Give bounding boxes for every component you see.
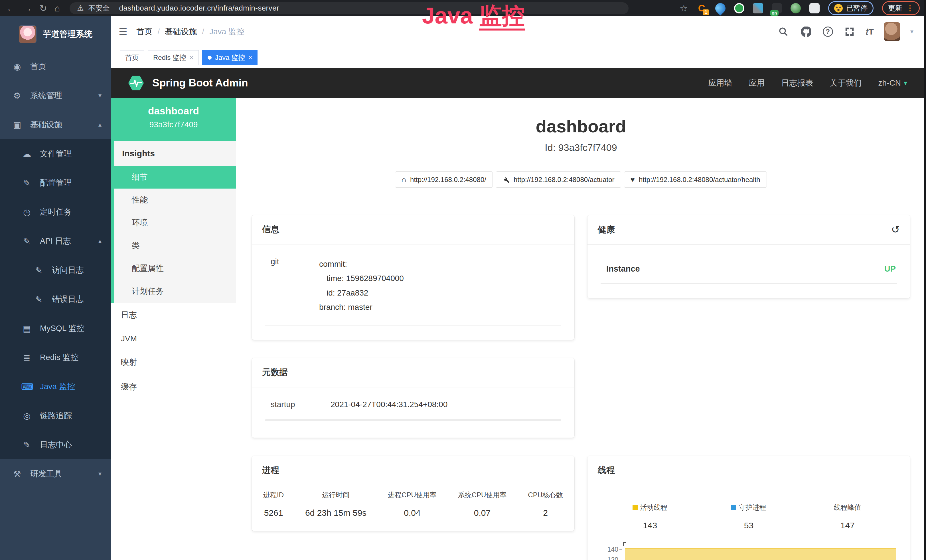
close-icon[interactable]: × <box>190 54 194 61</box>
database-icon: ▤ <box>21 324 33 333</box>
sidebar-item-dev-tools[interactable]: ⚒ 研发工具 ▾ <box>0 459 111 488</box>
history-icon[interactable]: ↺ <box>891 224 900 236</box>
breadcrumb-infrastructure[interactable]: 基础设施 <box>165 26 197 37</box>
tab-label: 首页 <box>125 53 139 62</box>
heartbeat-icon: ♥ <box>631 175 635 184</box>
font-size-icon[interactable]: 𝑡T <box>866 27 874 37</box>
sidebar-item-label: 系统管理 <box>30 90 62 101</box>
app-logo[interactable]: 芋道管理系统 <box>0 16 111 52</box>
process-stats: 进程ID 5261 运行时间 6d 23h 15m 59s 进程CPU使用率 0… <box>252 485 574 531</box>
sidebar-item-scheduled-tasks[interactable]: ◷ 定时任务 <box>0 197 111 227</box>
avatar-caret-icon[interactable]: ▾ <box>910 28 914 35</box>
close-icon[interactable]: × <box>248 54 252 61</box>
metadata-card: 元数据 startup 2021-04-27T00:44:31.254+08:0… <box>252 358 574 437</box>
sba-menu-scheduled-tasks[interactable]: 计划任务 <box>114 280 236 303</box>
sidebar-item-label: 文件管理 <box>40 148 72 159</box>
instance-id: Id: 93a3fc7f7409 <box>236 142 926 153</box>
screen: ← → ↻ ⌂ ⚠ 不安全 dashboard.yudao.iocoder.cn… <box>0 0 926 560</box>
sba-menu-classes[interactable]: 类 <box>114 234 236 257</box>
back-icon[interactable]: ← <box>6 4 15 13</box>
sidebar-item-home[interactable]: ◉ 首页 <box>0 52 111 81</box>
breadcrumb-separator: / <box>202 27 204 36</box>
breadcrumb-home[interactable]: 首页 <box>136 26 152 37</box>
annotation-java-monitor: Java 监控 <box>422 1 525 31</box>
tab-home[interactable]: 首页 <box>120 50 144 65</box>
reload-icon[interactable]: ↻ <box>39 4 47 13</box>
sba-menu-caches[interactable]: 缓存 <box>111 375 236 399</box>
stat-pid: 进程ID 5261 <box>263 490 284 518</box>
sidebar-item-label: 定时任务 <box>40 207 72 217</box>
sba-nav-wallboard[interactable]: 应用墙 <box>708 77 732 88</box>
address-bar[interactable]: ⚠ 不安全 dashboard.yudao.iocoder.cn/infra/a… <box>70 2 629 14</box>
health-row-instance[interactable]: Instance UP <box>598 257 900 282</box>
sba-app-header[interactable]: dashboard 93a3fc7f7409 <box>111 98 236 141</box>
sba-menu-mappings[interactable]: 映射 <box>111 350 236 375</box>
sidebar-item-label: Redis 监控 <box>40 352 79 363</box>
fullscreen-icon[interactable] <box>843 26 856 38</box>
sba-menu-jvm[interactable]: JVM <box>111 327 236 350</box>
sba-menu-logs[interactable]: 日志 <box>111 303 236 327</box>
sba-nav-about[interactable]: 关于我们 <box>830 77 862 88</box>
sba-menu-metrics[interactable]: 性能 <box>114 189 236 211</box>
actuator-url-button[interactable]: http://192.168.0.2:48080/actuator <box>496 171 621 188</box>
divider <box>265 419 561 421</box>
user-avatar[interactable] <box>884 22 900 41</box>
sidebar-item-mysql-monitor[interactable]: ▤ MySQL 监控 <box>0 314 111 343</box>
extension-switch-icon[interactable]: on <box>772 3 782 14</box>
extension-pin-icon[interactable] <box>713 1 728 15</box>
update-browser-button[interactable]: 更新 ⋮ <box>882 1 920 15</box>
dashboard-icon: ◉ <box>11 62 23 72</box>
home-icon[interactable]: ⌂ <box>54 4 60 13</box>
sidebar-item-redis-monitor[interactable]: ≣ Redis 监控 <box>0 343 111 372</box>
kebab-menu-icon[interactable]: ⋮ <box>906 4 914 12</box>
chevron-down-icon: ▾ <box>98 470 101 478</box>
tab-label: Java 监控 <box>215 53 245 62</box>
service-url-button[interactable]: ⌂ http://192.168.0.2:48080/ <box>395 171 493 188</box>
sidebar-item-error-logs[interactable]: ✎ 错误日志 <box>0 285 111 314</box>
extension-leaf-icon[interactable] <box>791 3 801 14</box>
chevron-up-icon: ▴ <box>98 238 101 245</box>
sba-menu-details[interactable]: 细节 <box>111 166 236 189</box>
extension-y-icon[interactable] <box>734 3 744 14</box>
health-url-button[interactable]: ♥ http://192.168.0.2:48080/actuator/heal… <box>624 171 767 188</box>
help-icon[interactable]: ? <box>823 27 833 37</box>
legend-value: 147 <box>798 521 897 530</box>
extension-colorzilla-icon[interactable]: C1 <box>696 3 707 14</box>
sidebar-item-java-monitor[interactable]: ⌨ Java 监控 <box>0 372 111 401</box>
sidebar-item-system[interactable]: ⚙ 系统管理 ▾ <box>0 81 111 110</box>
github-icon[interactable] <box>800 26 813 38</box>
sba-nav-applications[interactable]: 应用 <box>749 77 765 88</box>
info-card-header: 信息 <box>252 215 574 244</box>
search-icon[interactable] <box>777 26 790 38</box>
profile-paused-badge[interactable]: 已暂停 <box>828 1 873 15</box>
chevron-down-icon: ▾ <box>98 92 101 99</box>
locale-select[interactable]: zh-CN ▾ <box>878 79 907 88</box>
forward-icon[interactable]: → <box>23 4 32 13</box>
sidebar-item-access-logs[interactable]: ✎ 访问日志 <box>0 256 111 285</box>
info-key: git <box>271 257 319 315</box>
sidebar-item-label: 基础设施 <box>30 119 62 130</box>
sidebar-item-label: 链路追踪 <box>40 410 72 421</box>
sidebar-item-config-management[interactable]: ✎ 配置管理 <box>0 168 111 197</box>
info-value: commit: time: 1596289704000 id: 27aa832 … <box>319 257 564 315</box>
tab-redis-monitor[interactable]: Redis 监控 × <box>148 50 199 65</box>
sidebar-item-label: 首页 <box>30 61 46 72</box>
bookmark-star-icon[interactable]: ☆ <box>679 4 688 13</box>
sidebar-item-infrastructure[interactable]: ▣ 基础设施 ▴ <box>0 110 111 139</box>
threads-card: 线程 活动线程 143 守护进程 53 <box>587 456 910 560</box>
sidebar-item-log-center[interactable]: ✎ 日志中心 <box>0 430 111 459</box>
emoji-face-icon <box>834 4 843 12</box>
actuator-url: http://192.168.0.2:48080/actuator <box>514 176 614 184</box>
sba-menu-environment[interactable]: 环境 <box>114 211 236 234</box>
sba-menu-config-props[interactable]: 配置属性 <box>114 257 236 280</box>
sidebar-item-api-logs[interactable]: ✎ API 日志 ▴ <box>0 227 111 256</box>
tab-java-monitor[interactable]: Java 监控 × <box>202 50 257 65</box>
sidebar-item-tracing[interactable]: ◎ 链路追踪 <box>0 401 111 430</box>
sidebar-item-label: Java 监控 <box>40 381 75 392</box>
sidebar-item-file-management[interactable]: ☁ 文件管理 <box>0 139 111 168</box>
sba-nav-log-report[interactable]: 日志报表 <box>781 77 813 88</box>
extensions-puzzle-icon[interactable] <box>809 3 820 14</box>
live-threads-area-series <box>625 548 896 560</box>
extension-grid-icon[interactable] <box>753 3 763 14</box>
hamburger-icon[interactable]: ☰ <box>119 26 127 37</box>
